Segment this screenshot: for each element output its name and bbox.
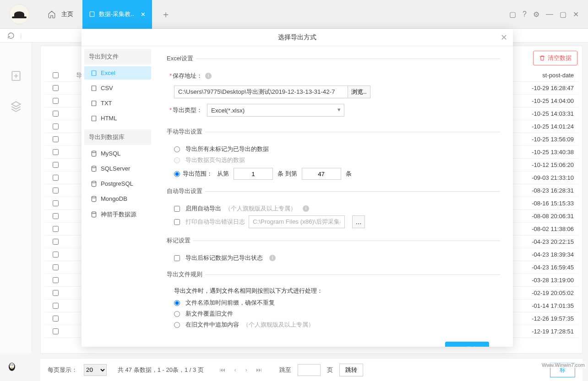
fieldset-mark: 标记设置 导出后标记数据为已导出状态 i: [167, 236, 500, 267]
row-checkbox[interactable]: [53, 264, 59, 270]
radio-filerule-append[interactable]: 在旧文件中追加内容 （个人旗舰版及以上专属）: [174, 321, 500, 329]
unit-label: 条: [346, 170, 352, 178]
save-path-input[interactable]: [174, 86, 348, 98]
jump-label: 跳至: [279, 366, 291, 374]
nav-item-shenjian[interactable]: 神箭手数据源: [84, 207, 151, 222]
row-checkbox[interactable]: [53, 328, 59, 334]
close-icon[interactable]: ✕: [573, 10, 579, 19]
nav-item-postgresql[interactable]: PostgreSQL: [84, 177, 151, 190]
svg-rect-5: [92, 116, 96, 121]
nav-item-sqlserver[interactable]: SQLServer: [84, 162, 151, 175]
nav-item-excel[interactable]: Excel: [84, 66, 151, 80]
row-checkbox[interactable]: [53, 162, 59, 168]
jump-page-input[interactable]: [298, 364, 321, 376]
row-checkbox[interactable]: [53, 111, 59, 117]
row-checkbox[interactable]: [53, 188, 59, 193]
window-controls: ▢ ? ⚙ — ▢ ✕: [500, 10, 588, 19]
row-checkbox[interactable]: [53, 277, 59, 283]
row-checkbox[interactable]: [53, 252, 59, 258]
row-checkbox[interactable]: [53, 239, 59, 245]
gift-icon[interactable]: ▢: [509, 10, 516, 19]
row-checkbox[interactable]: [53, 98, 59, 104]
svg-point-10: [92, 212, 96, 214]
fieldset-manual: 手动导出设置 导出所有未标记为已导出的数据 导出数据页勾选的数据 导出范围： 从…: [167, 128, 500, 183]
info-icon[interactable]: i: [303, 205, 309, 212]
tab-close-icon[interactable]: ✕: [141, 11, 146, 18]
clear-data-button[interactable]: 清空数据: [533, 51, 577, 65]
row-checkbox[interactable]: [53, 200, 59, 206]
cell-date: -01-14 17:01:35: [532, 302, 574, 309]
new-doc-icon[interactable]: [10, 70, 22, 82]
next-page-icon[interactable]: ›: [241, 365, 250, 375]
info-icon[interactable]: i: [269, 255, 276, 261]
prev-page-icon[interactable]: ‹: [230, 365, 240, 375]
fieldset-auto: 自动导出设置 启用自动导出 （个人旗舰版及以上专属） i 打印自动导出错误日志 …: [167, 187, 500, 233]
row-checkbox[interactable]: [53, 136, 59, 142]
export-type-select[interactable]: [207, 104, 344, 117]
tab-active-label: 数据-采集教..: [99, 10, 134, 18]
row-checkbox[interactable]: [53, 149, 59, 155]
check-enable-auto[interactable]: 启用自动导出 （个人旗舰版及以上专属） i: [174, 204, 500, 213]
cell-date: -08-02 11:38:06: [532, 225, 574, 232]
row-checkbox[interactable]: [53, 123, 59, 129]
row-checkbox[interactable]: [53, 303, 59, 309]
settings-icon[interactable]: ⚙: [533, 10, 539, 19]
modal-close-icon[interactable]: ✕: [501, 32, 507, 43]
cell-date: -04-23 16:59:45: [532, 264, 574, 271]
from-label: 从第: [217, 170, 229, 178]
legend-manual: 手动导出设置: [167, 128, 205, 136]
row-checkbox[interactable]: [53, 290, 59, 296]
cell-date: -12-26 19:57:35: [532, 315, 574, 322]
per-page-label: 每页显示：: [48, 366, 77, 374]
radio-filerule-prefix[interactable]: 文件名添加时间前缀，确保不重复: [174, 299, 500, 307]
minimize-icon[interactable]: —: [546, 10, 553, 19]
help-icon[interactable]: ?: [523, 10, 527, 19]
range-from-input[interactable]: [234, 168, 273, 180]
row-checkbox[interactable]: [53, 226, 59, 232]
range-to-input[interactable]: [302, 168, 341, 180]
export-content: Excel设置 *保存地址： i 浏览.. *导出类型：: [154, 46, 513, 347]
select-all-checkbox[interactable]: [53, 72, 59, 78]
tab-active[interactable]: 数据-采集教.. ✕: [82, 0, 152, 29]
nav-item-mysql[interactable]: MySQL: [84, 147, 151, 160]
svg-point-13: [11, 365, 11, 365]
nav-item-html[interactable]: HTML: [84, 112, 151, 125]
radio-unmarked[interactable]: 导出所有未标记为已导出的数据: [174, 145, 500, 153]
tab-home[interactable]: 主页: [38, 0, 82, 29]
radio-filerule-overwrite[interactable]: 新文件覆盖旧文件: [174, 310, 500, 318]
tab-add-button[interactable]: ＋: [152, 8, 180, 21]
jump-button[interactable]: 跳转: [339, 364, 363, 376]
refresh-icon[interactable]: [7, 32, 15, 39]
svg-point-14: [12, 365, 13, 365]
nav-item-txt[interactable]: TXT: [84, 97, 151, 110]
nav-item-mongodb[interactable]: MongoDB: [84, 192, 151, 205]
row-checkbox[interactable]: [53, 175, 59, 181]
export-type-label: 导出类型：: [173, 107, 202, 113]
cell-date: -10-29 16:28:47: [532, 85, 574, 91]
maximize-icon[interactable]: ▢: [560, 10, 566, 19]
document-icon: [89, 11, 95, 17]
cell-date: -12-19 17:28:51: [532, 328, 574, 335]
browse-button[interactable]: 浏览..: [348, 86, 370, 98]
titlebar: 主页 数据-采集教.. ✕ ＋ ▢ ? ⚙ — ▢ ✕: [0, 0, 588, 29]
last-page-icon[interactable]: ⏭: [252, 365, 266, 375]
info-icon[interactable]: i: [205, 73, 212, 79]
row-checkbox[interactable]: [53, 85, 59, 91]
qq-icon[interactable]: [6, 361, 17, 372]
check-mark-after[interactable]: 导出后标记数据为已导出状态 i: [174, 254, 500, 262]
cell-date: -08-16 15:15:33: [532, 200, 574, 207]
first-page-icon[interactable]: ⏮: [216, 365, 229, 375]
export-button[interactable]: 导出: [445, 342, 489, 347]
app-sidebar: [0, 43, 32, 354]
svg-point-12: [10, 363, 14, 369]
radio-range[interactable]: 导出范围：: [174, 170, 212, 178]
row-checkbox[interactable]: [53, 213, 59, 219]
check-print-log[interactable]: 打印自动导出错误日志 …: [174, 215, 500, 228]
layers-icon[interactable]: [10, 100, 22, 112]
row-checkbox[interactable]: [53, 316, 59, 322]
filerule-hint: 导出文件时，遇到文件名相同则按照以下方式进行处理：: [174, 287, 500, 295]
nav-item-csv[interactable]: CSV: [84, 81, 151, 95]
modal-header: 选择导出方式 ✕: [82, 29, 513, 46]
log-path-browse[interactable]: …: [352, 215, 365, 228]
per-page-select[interactable]: 20: [84, 364, 107, 376]
